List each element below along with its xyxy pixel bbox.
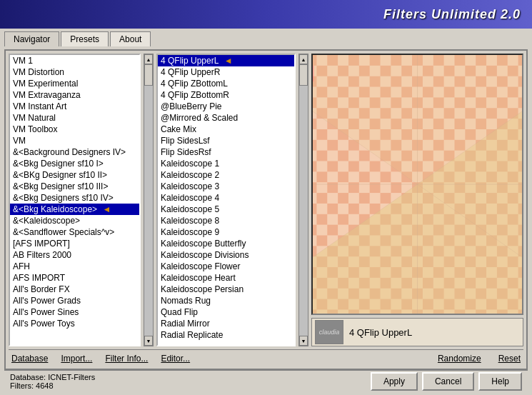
filter-list-item[interactable]: 4 QFlip ZBottomR [158, 89, 294, 101]
category-list-item[interactable]: All's Power Toys [10, 318, 139, 329]
preview-filter-name: 4 QFlip UpperL [349, 327, 412, 338]
category-list-item[interactable]: VM Instant Art [10, 101, 139, 112]
svg-rect-19 [313, 66, 314, 81]
category-list-item[interactable]: All's Border FX [10, 284, 139, 295]
filter-info-button[interactable]: Filter Info... [102, 352, 151, 365]
bottom-toolbar: Database Import... Filter Info... Editor… [9, 349, 523, 366]
category-list-item[interactable]: All's Power Grads [10, 295, 139, 306]
database-button[interactable]: Database [9, 352, 51, 365]
category-list-item[interactable]: &<Bkg Kaleidoscope> ◄ [10, 204, 139, 215]
category-list-item[interactable]: VM Experimental [10, 78, 139, 89]
filter-list-item[interactable]: Kaleidoscope Butterfly [158, 238, 294, 249]
randomize-button[interactable]: Randomize [435, 352, 484, 365]
cancel-button[interactable]: Cancel [422, 372, 474, 391]
main-container: Navigator Presets About VM 1VM Distortio… [0, 29, 532, 395]
reset-button[interactable]: Reset [496, 352, 523, 365]
category-list-container: VM 1VM DistortionVM ExperimentalVM Extra… [9, 54, 141, 346]
filters-info: Filters: 4648 [10, 381, 95, 390]
thumb-watermark: claudia [319, 329, 340, 336]
filter-list-item[interactable]: Nomads Rug [158, 295, 294, 306]
database-info: Database: ICNET-Filters [10, 373, 95, 381]
category-list-item[interactable]: &<Kaleidoscope> [10, 215, 139, 226]
category-list-item[interactable]: AFS IMPORT [10, 272, 139, 284]
tabs-row: Navigator Presets About [4, 31, 528, 46]
filter-list-item[interactable]: Radial Mirror [158, 318, 294, 329]
scroll-down-btn[interactable]: ▼ [144, 336, 153, 346]
import-button[interactable]: Import... [58, 352, 95, 365]
apply-button[interactable]: Apply [371, 372, 418, 391]
preview-thumbnail: claudia [315, 320, 343, 344]
filter-list-item[interactable]: @Mirrored & Scaled [158, 112, 294, 124]
editor-button[interactable]: Editor... [158, 352, 193, 365]
preview-info-bar: claudia 4 QFlip UpperL [311, 318, 523, 346]
toolbar-right: Randomize Reset [435, 352, 523, 365]
filter-list-item[interactable]: Kaleidoscope Heart [158, 272, 294, 284]
scrollbar-thumb[interactable] [144, 64, 153, 86]
scroll-up-btn[interactable]: ▲ [144, 54, 153, 64]
filter-scroll-up[interactable]: ▲ [299, 54, 308, 64]
filter-list-item[interactable]: 4 QFlip UpperL ◄ [158, 55, 294, 66]
status-info: Database: ICNET-Filters Filters: 4648 [10, 373, 95, 390]
preview-area: claudia 4 QFlip UpperL [311, 54, 523, 346]
title-text: Filters Unlimited 2.0 [383, 7, 521, 22]
filter-scrollbar-thumb[interactable] [299, 64, 308, 86]
category-list-item[interactable]: VM Natural [10, 112, 139, 124]
category-list-item[interactable]: VM [10, 135, 139, 146]
help-button[interactable]: Help [478, 372, 522, 391]
database-label: Database: [10, 373, 48, 381]
filter-scrollbar-track [299, 64, 308, 336]
filter-list-item[interactable]: Radial Replicate [158, 329, 294, 341]
database-value: ICNET-Filters [48, 373, 95, 381]
filter-list-item[interactable]: @BlueBerry Pie [158, 101, 294, 112]
category-list-item[interactable]: &<Bkg Designer sf10 III> [10, 181, 139, 192]
category-list-item[interactable]: AFH [10, 261, 139, 272]
filter-list-item[interactable]: 4 QFlip ZBottomL [158, 78, 294, 89]
filter-list-item[interactable]: Kaleidoscope Persian [158, 284, 294, 295]
filter-list-item[interactable]: Kaleidoscope Divisions [158, 249, 294, 261]
category-list-item[interactable]: All's Power Sines [10, 306, 139, 318]
filter-list-container: 4 QFlip UpperL ◄4 QFlip UpperR4 QFlip ZB… [156, 54, 296, 346]
filter-list-item[interactable]: Cake Mix [158, 124, 294, 135]
category-list-item[interactable]: &<Sandflower Specials^v> [10, 226, 139, 238]
category-list[interactable]: VM 1VM DistortionVM ExperimentalVM Extra… [9, 54, 141, 346]
category-list-item[interactable]: &<Bkg Designers sf10 IV> [10, 192, 139, 204]
category-list-item[interactable]: [AFS IMPORT] [10, 238, 139, 249]
filter-list-item[interactable]: Kaleidoscope 4 [158, 192, 294, 204]
category-scrollbar[interactable]: ▲ ▼ [144, 54, 154, 346]
status-bar: Database: ICNET-Filters Filters: 4648 Ap… [4, 370, 528, 392]
content-area: VM 1VM DistortionVM ExperimentalVM Extra… [4, 49, 528, 370]
tab-navigator[interactable]: Navigator [4, 31, 59, 46]
filter-scrollbar[interactable]: ▲ ▼ [298, 54, 308, 346]
category-list-item[interactable]: VM Distortion [10, 66, 139, 78]
lists-preview-row: VM 1VM DistortionVM ExperimentalVM Extra… [9, 54, 523, 346]
filter-list-item[interactable]: Kaleidoscope 1 [158, 158, 294, 169]
action-buttons: Apply Cancel Help [371, 372, 522, 391]
filter-list-item[interactable]: Kaleidoscope 3 [158, 181, 294, 192]
category-list-item[interactable]: VM Toolbox [10, 124, 139, 135]
filters-label: Filters: [10, 381, 36, 390]
filter-list[interactable]: 4 QFlip UpperL ◄4 QFlip UpperR4 QFlip ZB… [156, 54, 296, 346]
category-list-item[interactable]: VM Extravaganza [10, 89, 139, 101]
filter-list-item[interactable]: Kaleidoscope Flower [158, 261, 294, 272]
preview-image [311, 54, 523, 315]
filter-list-item[interactable]: 4 QFlip UpperR [158, 66, 294, 78]
category-list-item[interactable]: AB Filters 2000 [10, 249, 139, 261]
title-bar: Filters Unlimited 2.0 [0, 0, 532, 29]
filter-list-item[interactable]: Kaleidoscope 9 [158, 226, 294, 238]
filter-list-item[interactable]: Kaleidoscope 8 [158, 215, 294, 226]
category-list-item[interactable]: VM 1 [10, 55, 139, 66]
category-list-item[interactable]: &<Bkg Designer sf10 I> [10, 158, 139, 169]
scrollbar-track [144, 64, 153, 336]
filter-list-item[interactable]: Quad Flip [158, 306, 294, 318]
tab-about[interactable]: About [110, 31, 151, 46]
filter-list-item[interactable]: Flip SidesLsf [158, 135, 294, 146]
category-list-item[interactable]: &<Background Designers IV> [10, 146, 139, 158]
tab-presets[interactable]: Presets [61, 31, 109, 46]
category-list-item[interactable]: &<BKg Designer sf10 II> [10, 169, 139, 181]
filter-list-item[interactable]: Kaleidoscope 2 [158, 169, 294, 181]
filter-list-item[interactable]: Flip SidesRsf [158, 146, 294, 158]
filter-scroll-down[interactable]: ▼ [299, 336, 308, 346]
filters-value: 4648 [36, 381, 53, 390]
filter-list-item[interactable]: Kaleidoscope 5 [158, 204, 294, 215]
